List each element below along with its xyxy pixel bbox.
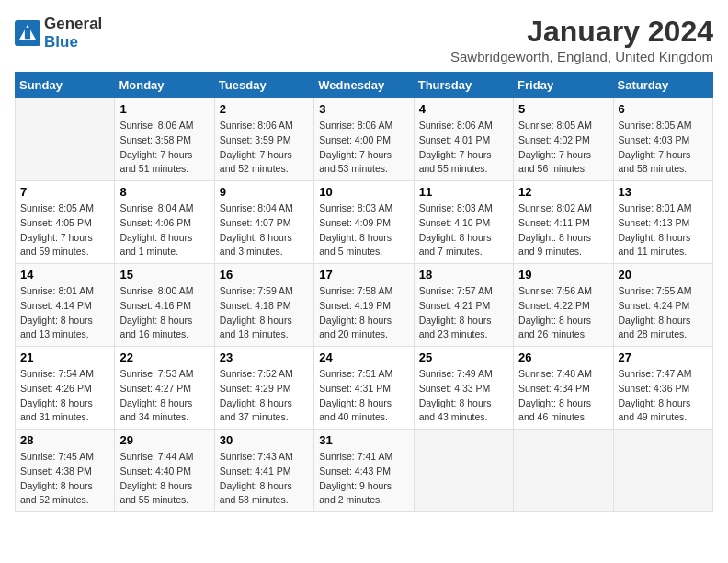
calendar-cell: 4Sunrise: 8:06 AMSunset: 4:01 PMDaylight…	[414, 98, 513, 181]
day-number: 27	[619, 350, 708, 364]
cell-info: Sunrise: 7:45 AMSunset: 4:38 PMDaylight:…	[20, 450, 109, 508]
cell-info: Sunrise: 7:51 AMSunset: 4:31 PMDaylight:…	[319, 367, 408, 425]
calendar-cell: 8Sunrise: 8:04 AMSunset: 4:06 PMDaylight…	[115, 181, 214, 264]
calendar-cell: 6Sunrise: 8:05 AMSunset: 4:03 PMDaylight…	[613, 98, 712, 181]
cell-info: Sunrise: 7:48 AMSunset: 4:34 PMDaylight:…	[518, 367, 608, 425]
day-number: 14	[20, 268, 109, 282]
cell-info: Sunrise: 8:01 AMSunset: 4:14 PMDaylight:…	[20, 284, 109, 342]
week-row-4: 21Sunrise: 7:54 AMSunset: 4:26 PMDayligh…	[16, 347, 713, 430]
calendar-cell: 27Sunrise: 7:47 AMSunset: 4:36 PMDayligh…	[613, 347, 712, 430]
calendar-cell: 28Sunrise: 7:45 AMSunset: 4:38 PMDayligh…	[16, 430, 115, 512]
cell-info: Sunrise: 7:49 AMSunset: 4:33 PMDaylight:…	[419, 367, 508, 425]
header-wednesday: Wednesday	[314, 73, 414, 98]
calendar-cell: 29Sunrise: 7:44 AMSunset: 4:40 PMDayligh…	[115, 430, 214, 512]
day-number: 9	[220, 185, 309, 199]
calendar-cell: 13Sunrise: 8:01 AMSunset: 4:13 PMDayligh…	[613, 181, 712, 264]
cell-info: Sunrise: 7:58 AMSunset: 4:19 PMDaylight:…	[319, 284, 408, 342]
calendar-cell	[414, 430, 513, 512]
day-number: 13	[619, 185, 708, 199]
calendar-cell: 2Sunrise: 8:06 AMSunset: 3:59 PMDaylight…	[214, 98, 313, 181]
cell-info: Sunrise: 8:01 AMSunset: 4:13 PMDaylight:…	[619, 201, 708, 259]
logo: General Blue	[15, 15, 102, 52]
day-number: 28	[20, 433, 109, 447]
cell-info: Sunrise: 8:05 AMSunset: 4:05 PMDaylight:…	[20, 201, 109, 259]
calendar-cell: 21Sunrise: 7:54 AMSunset: 4:26 PMDayligh…	[16, 347, 115, 430]
calendar-table: Sunday Monday Tuesday Wednesday Thursday…	[15, 72, 713, 512]
day-number: 7	[20, 185, 109, 199]
day-number: 23	[220, 350, 309, 364]
week-row-3: 14Sunrise: 8:01 AMSunset: 4:14 PMDayligh…	[16, 264, 713, 347]
cell-info: Sunrise: 7:57 AMSunset: 4:21 PMDaylight:…	[419, 284, 508, 342]
title-block: January 2024 Sawbridgeworth, England, Un…	[450, 15, 713, 64]
cell-info: Sunrise: 7:56 AMSunset: 4:22 PMDaylight:…	[518, 284, 608, 342]
cell-info: Sunrise: 7:54 AMSunset: 4:26 PMDaylight:…	[20, 367, 109, 425]
calendar-cell: 3Sunrise: 8:06 AMSunset: 4:00 PMDaylight…	[314, 98, 414, 181]
month-title: January 2024	[450, 15, 713, 49]
cell-info: Sunrise: 7:53 AMSunset: 4:27 PMDaylight:…	[119, 367, 209, 425]
page-header: General Blue January 2024 Sawbridgeworth…	[15, 15, 713, 64]
cell-info: Sunrise: 8:05 AMSunset: 4:03 PMDaylight:…	[619, 119, 708, 177]
header-saturday: Saturday	[613, 73, 712, 98]
day-number: 16	[220, 268, 309, 282]
calendar-cell: 18Sunrise: 7:57 AMSunset: 4:21 PMDayligh…	[414, 264, 513, 347]
calendar-cell: 15Sunrise: 8:00 AMSunset: 4:16 PMDayligh…	[115, 264, 214, 347]
day-number: 1	[119, 102, 209, 116]
cell-info: Sunrise: 8:00 AMSunset: 4:16 PMDaylight:…	[119, 284, 209, 342]
calendar-cell: 12Sunrise: 8:02 AMSunset: 4:11 PMDayligh…	[514, 181, 613, 264]
calendar-cell: 22Sunrise: 7:53 AMSunset: 4:27 PMDayligh…	[115, 347, 214, 430]
cell-info: Sunrise: 8:03 AMSunset: 4:09 PMDaylight:…	[319, 201, 408, 259]
day-number: 17	[319, 268, 408, 282]
day-number: 30	[220, 433, 309, 447]
header-monday: Monday	[115, 73, 214, 98]
day-number: 25	[419, 350, 508, 364]
logo-general: General	[44, 15, 102, 32]
day-number: 29	[119, 433, 209, 447]
calendar-cell	[514, 430, 613, 512]
cell-info: Sunrise: 8:04 AMSunset: 4:07 PMDaylight:…	[220, 201, 309, 259]
cell-info: Sunrise: 8:02 AMSunset: 4:11 PMDaylight:…	[518, 201, 608, 259]
cell-info: Sunrise: 7:59 AMSunset: 4:18 PMDaylight:…	[220, 284, 309, 342]
day-number: 2	[220, 102, 309, 116]
logo-blue: Blue	[44, 33, 78, 51]
calendar-cell: 31Sunrise: 7:41 AMSunset: 4:43 PMDayligh…	[314, 430, 414, 512]
day-number: 10	[319, 185, 408, 199]
calendar-cell: 11Sunrise: 8:03 AMSunset: 4:10 PMDayligh…	[414, 181, 513, 264]
day-number: 26	[518, 350, 608, 364]
calendar-cell: 19Sunrise: 7:56 AMSunset: 4:22 PMDayligh…	[514, 264, 613, 347]
day-number: 31	[319, 433, 408, 447]
calendar-cell: 5Sunrise: 8:05 AMSunset: 4:02 PMDaylight…	[514, 98, 613, 181]
calendar-cell: 1Sunrise: 8:06 AMSunset: 3:58 PMDaylight…	[115, 98, 214, 181]
cell-info: Sunrise: 7:44 AMSunset: 4:40 PMDaylight:…	[119, 450, 209, 508]
calendar-cell: 16Sunrise: 7:59 AMSunset: 4:18 PMDayligh…	[214, 264, 313, 347]
cell-info: Sunrise: 7:52 AMSunset: 4:29 PMDaylight:…	[220, 367, 309, 425]
day-number: 5	[518, 102, 608, 116]
svg-rect-2	[25, 28, 30, 39]
logo-icon	[15, 20, 40, 46]
calendar-cell: 26Sunrise: 7:48 AMSunset: 4:34 PMDayligh…	[514, 347, 613, 430]
day-number: 11	[419, 185, 508, 199]
header-thursday: Thursday	[414, 73, 513, 98]
day-number: 19	[518, 268, 608, 282]
calendar-cell: 17Sunrise: 7:58 AMSunset: 4:19 PMDayligh…	[314, 264, 414, 347]
cell-info: Sunrise: 8:06 AMSunset: 4:01 PMDaylight:…	[419, 119, 508, 177]
calendar-cell: 9Sunrise: 8:04 AMSunset: 4:07 PMDaylight…	[214, 181, 313, 264]
day-number: 3	[319, 102, 408, 116]
calendar-cell: 30Sunrise: 7:43 AMSunset: 4:41 PMDayligh…	[214, 430, 313, 512]
calendar-cell: 24Sunrise: 7:51 AMSunset: 4:31 PMDayligh…	[314, 347, 414, 430]
week-row-5: 28Sunrise: 7:45 AMSunset: 4:38 PMDayligh…	[16, 430, 713, 512]
header-friday: Friday	[514, 73, 613, 98]
day-number: 12	[518, 185, 608, 199]
header-sunday: Sunday	[16, 73, 115, 98]
calendar-cell: 7Sunrise: 8:05 AMSunset: 4:05 PMDaylight…	[16, 181, 115, 264]
day-number: 24	[319, 350, 408, 364]
calendar-cell: 10Sunrise: 8:03 AMSunset: 4:09 PMDayligh…	[314, 181, 414, 264]
cell-info: Sunrise: 8:06 AMSunset: 3:59 PMDaylight:…	[220, 119, 309, 177]
cell-info: Sunrise: 7:41 AMSunset: 4:43 PMDaylight:…	[319, 450, 408, 508]
cell-info: Sunrise: 8:05 AMSunset: 4:02 PMDaylight:…	[518, 119, 608, 177]
header-tuesday: Tuesday	[214, 73, 313, 98]
day-number: 8	[119, 185, 209, 199]
calendar-header-row: Sunday Monday Tuesday Wednesday Thursday…	[16, 73, 713, 98]
day-number: 21	[20, 350, 109, 364]
calendar-cell	[613, 430, 712, 512]
day-number: 18	[419, 268, 508, 282]
